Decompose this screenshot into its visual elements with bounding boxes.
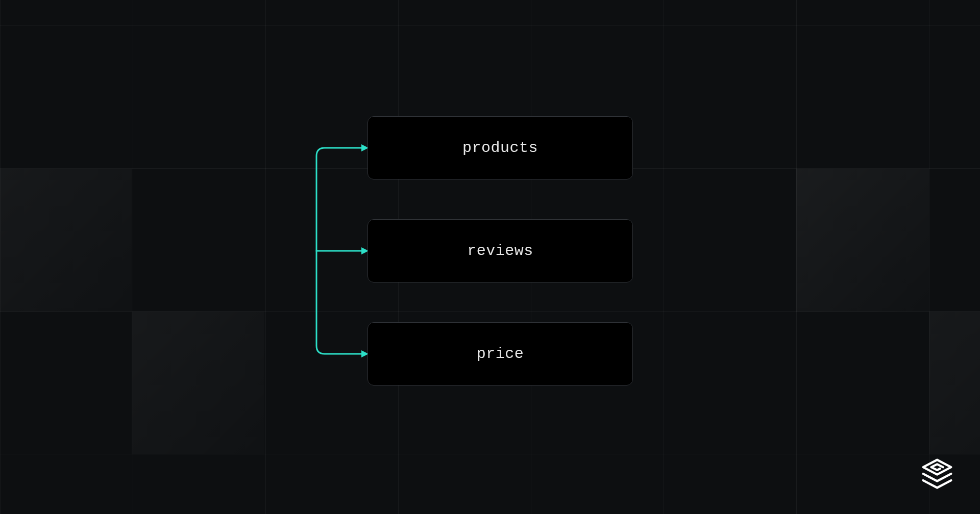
highlight-tile <box>929 312 980 454</box>
node-products: products <box>368 116 633 179</box>
node-label: reviews <box>467 242 533 260</box>
highlight-tile <box>132 312 264 454</box>
node-reviews: reviews <box>368 219 633 282</box>
node-price: price <box>368 322 633 386</box>
highlight-tile <box>796 169 929 312</box>
highlight-tile <box>0 169 132 312</box>
node-label: price <box>477 345 524 363</box>
node-label: products <box>462 139 538 157</box>
connector-arrows <box>301 116 373 386</box>
brand-logo-icon <box>919 457 955 494</box>
